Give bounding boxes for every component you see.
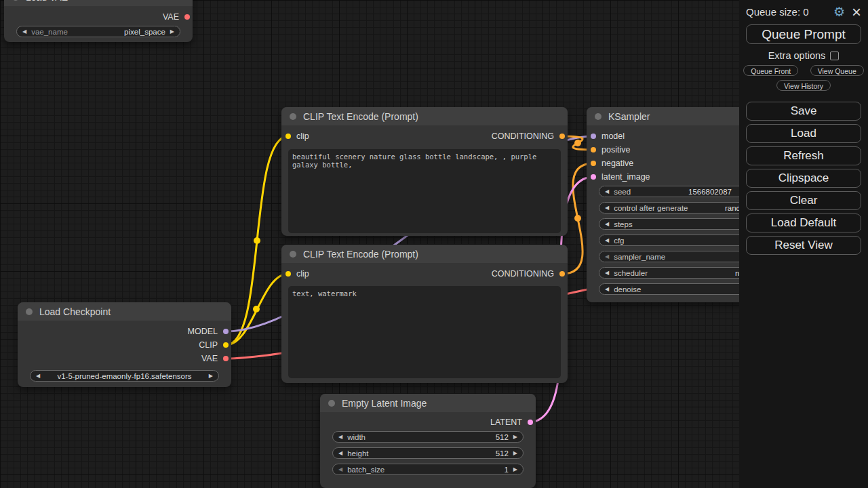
comfy-menu: Queue size: 0 ⚙ × Queue Prompt Extra opt… <box>739 0 868 488</box>
output-label-model: MODEL <box>188 327 218 336</box>
input-label-clip: clip <box>296 131 309 141</box>
clipspace-button[interactable]: Clipspace <box>746 169 861 188</box>
prev-arrow-icon[interactable]: ◀ <box>36 373 40 379</box>
output-dot-vae[interactable] <box>223 356 229 361</box>
widget-name: batch_size <box>347 466 384 474</box>
next-arrow-icon[interactable]: ▶ <box>170 29 174 35</box>
widget-value: 1566802087 <box>688 188 732 196</box>
widget-name: cfg <box>614 237 624 245</box>
prev-arrow-icon[interactable]: ◀ <box>605 254 609 260</box>
output-label-latent: LATENT <box>490 418 522 427</box>
slot-row: clip CONDITIONING <box>281 129 568 143</box>
widget-name: control after generate <box>614 204 688 212</box>
widget-name: seed <box>614 188 631 196</box>
view-history-button[interactable]: View History <box>776 80 831 91</box>
next-arrow-icon[interactable]: ▶ <box>513 434 517 440</box>
widget-vae-name[interactable]: ◀ vae_name pixel_space ▶ <box>16 26 180 37</box>
output-dot-vae[interactable] <box>184 14 190 20</box>
output-dot-model[interactable] <box>223 329 229 334</box>
next-arrow-icon[interactable]: ▶ <box>513 451 517 456</box>
input-dot-positive[interactable] <box>591 147 596 152</box>
node-title-bar[interactable]: CLIP Text Encode (Prompt) <box>281 245 568 263</box>
queue-prompt-button[interactable]: Queue Prompt <box>746 24 861 44</box>
next-arrow-icon[interactable]: ▶ <box>209 373 213 379</box>
widget-value: 512 <box>496 433 509 441</box>
link-dot <box>574 215 581 222</box>
input-label-clip: clip <box>296 269 309 279</box>
prev-arrow-icon[interactable]: ◀ <box>605 222 609 227</box>
reset-view-button[interactable]: Reset View <box>746 236 861 255</box>
output-label-vae: VAE <box>163 12 179 22</box>
widget-name: steps <box>614 220 633 228</box>
refresh-button[interactable]: Refresh <box>746 146 861 165</box>
node-canvas[interactable]: Load VAE VAE ◀ vae_name pixel_space ▶ CL… <box>0 0 868 488</box>
widget-height[interactable]: ◀ height 512 ▶ <box>332 447 524 459</box>
load-button[interactable]: Load <box>746 124 861 143</box>
node-load-vae[interactable]: Load VAE VAE ◀ vae_name pixel_space ▶ <box>4 0 193 42</box>
prev-arrow-icon[interactable]: ◀ <box>22 29 26 35</box>
clear-button[interactable]: Clear <box>746 191 861 210</box>
view-queue-button[interactable]: View Queue <box>810 65 864 76</box>
widget-width[interactable]: ◀ width 512 ▶ <box>332 431 524 443</box>
collapse-dot-icon[interactable] <box>26 308 33 315</box>
collapse-dot-icon[interactable] <box>290 251 296 258</box>
next-arrow-icon[interactable]: ▶ <box>513 467 517 472</box>
output-label-conditioning: CONDITIONING <box>492 131 554 141</box>
collapse-dot-icon[interactable] <box>290 113 296 120</box>
node-title: Load Checkpoint <box>39 306 111 317</box>
node-title-bar[interactable]: CLIP Text Encode (Prompt) <box>281 107 568 125</box>
prev-arrow-icon[interactable]: ◀ <box>338 451 342 456</box>
input-dot-latent-image[interactable] <box>591 174 596 180</box>
prev-arrow-icon[interactable]: ◀ <box>605 205 609 211</box>
widget-value: v1-5-pruned-emaonly-fp16.safetensors <box>31 372 218 380</box>
input-dot-negative[interactable] <box>591 161 596 166</box>
output-dot-conditioning[interactable] <box>559 271 565 277</box>
link-dot <box>253 306 260 312</box>
node-title: Load VAE <box>26 0 68 3</box>
prompt-textarea[interactable]: beautiful scenery nature glass bottle la… <box>288 149 561 233</box>
widget-name: sampler_name <box>614 253 665 261</box>
collapse-dot-icon[interactable] <box>12 0 19 1</box>
queue-front-button[interactable]: Queue Front <box>743 65 798 76</box>
input-label-model: model <box>601 131 625 141</box>
prev-arrow-icon[interactable]: ◀ <box>605 238 609 243</box>
collapse-dot-icon[interactable] <box>328 400 335 407</box>
widget-value: pixel_space <box>124 28 165 36</box>
extra-options-checkbox[interactable] <box>830 52 839 60</box>
node-clip-text-encode-negative[interactable]: CLIP Text Encode (Prompt) clip CONDITION… <box>281 245 568 383</box>
node-title-bar[interactable]: Empty Latent Image <box>320 394 536 412</box>
prompt-textarea[interactable]: text, watermark <box>288 286 561 378</box>
load-default-button[interactable]: Load Default <box>746 214 861 232</box>
widget-batch-size[interactable]: ◀ batch_size 1 ▶ <box>332 464 524 475</box>
widget-ckpt-name[interactable]: ◀ v1-5-pruned-emaonly-fp16.safetensors ▶ <box>30 370 219 382</box>
node-empty-latent-image[interactable]: Empty Latent Image LATENT ◀ width 512 ▶ … <box>320 394 536 488</box>
save-button[interactable]: Save <box>746 102 861 121</box>
prev-arrow-icon[interactable]: ◀ <box>338 467 342 472</box>
widget-value: 512 <box>496 449 509 458</box>
node-title-bar[interactable]: Load VAE <box>4 0 193 6</box>
prev-arrow-icon[interactable]: ◀ <box>338 434 342 440</box>
output-dot-latent[interactable] <box>528 420 533 425</box>
prev-arrow-icon[interactable]: ◀ <box>605 189 609 195</box>
node-title: Empty Latent Image <box>342 398 427 409</box>
input-dot-clip[interactable] <box>285 134 291 139</box>
input-label-negative: negative <box>601 159 633 168</box>
node-title-bar[interactable]: Load Checkpoint <box>18 302 231 321</box>
input-dot-model[interactable] <box>591 134 596 139</box>
input-dot-clip[interactable] <box>285 271 291 277</box>
close-icon[interactable]: × <box>852 5 861 18</box>
settings-gear-icon[interactable]: ⚙ <box>833 5 845 18</box>
prev-arrow-icon[interactable]: ◀ <box>605 270 609 276</box>
input-label-latent-image: latent_image <box>601 172 650 182</box>
collapse-dot-icon[interactable] <box>595 113 601 120</box>
extra-options-label: Extra options <box>768 50 826 61</box>
output-dot-conditioning[interactable] <box>559 134 565 139</box>
node-clip-text-encode-positive[interactable]: CLIP Text Encode (Prompt) clip CONDITION… <box>281 107 568 236</box>
prev-arrow-icon[interactable]: ◀ <box>605 287 609 292</box>
widget-name: vae_name <box>31 28 68 36</box>
node-load-checkpoint[interactable]: Load Checkpoint MODEL CLIP VAE ◀ v1-5-pr… <box>18 302 231 387</box>
output-dot-clip[interactable] <box>223 342 229 348</box>
slot-row: VAE <box>4 10 193 24</box>
slot-row: CLIP <box>18 338 231 352</box>
output-label-vae: VAE <box>201 354 218 363</box>
